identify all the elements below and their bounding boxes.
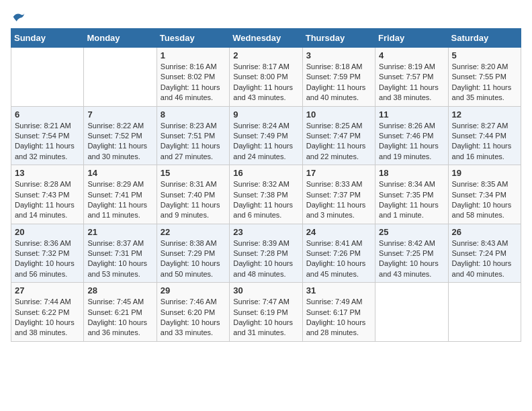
- calendar-cell: 4Sunrise: 8:19 AM Sunset: 7:57 PM Daylig…: [375, 48, 448, 107]
- day-of-week-header: Saturday: [448, 29, 521, 48]
- day-number: 14: [87, 168, 152, 178]
- calendar-cell: 16Sunrise: 8:32 AM Sunset: 7:38 PM Dayli…: [230, 165, 302, 224]
- day-number: 20: [15, 227, 80, 237]
- day-info: Sunrise: 8:16 AM Sunset: 8:02 PM Dayligh…: [161, 62, 226, 103]
- logo-bird-icon: [12, 11, 26, 23]
- calendar-cell: 15Sunrise: 8:31 AM Sunset: 7:40 PM Dayli…: [157, 165, 229, 224]
- calendar-cell: [11, 48, 84, 107]
- day-number: 21: [87, 227, 152, 237]
- day-of-week-header: Wednesday: [230, 29, 302, 48]
- day-number: 12: [452, 109, 517, 120]
- calendar-cell: 5Sunrise: 8:20 AM Sunset: 7:55 PM Daylig…: [448, 48, 521, 107]
- calendar-cell: 20Sunrise: 8:36 AM Sunset: 7:32 PM Dayli…: [11, 224, 84, 283]
- calendar-table: SundayMondayTuesdayWednesdayThursdayFrid…: [11, 28, 521, 342]
- day-info: Sunrise: 8:28 AM Sunset: 7:43 PM Dayligh…: [15, 179, 80, 221]
- calendar-cell: 9Sunrise: 8:24 AM Sunset: 7:49 PM Daylig…: [230, 106, 302, 165]
- day-number: 18: [379, 168, 444, 178]
- calendar-cell: 27Sunrise: 7:44 AM Sunset: 6:22 PM Dayli…: [11, 283, 84, 342]
- calendar-cell: 8Sunrise: 8:23 AM Sunset: 7:51 PM Daylig…: [157, 106, 229, 165]
- day-of-week-header: Tuesday: [157, 29, 229, 48]
- calendar-cell: 22Sunrise: 8:38 AM Sunset: 7:29 PM Dayli…: [157, 224, 229, 283]
- day-number: 29: [161, 285, 226, 295]
- calendar-cell: 31Sunrise: 7:49 AM Sunset: 6:17 PM Dayli…: [302, 283, 375, 342]
- day-info: Sunrise: 8:21 AM Sunset: 7:54 PM Dayligh…: [15, 121, 80, 163]
- day-number: 2: [233, 50, 298, 60]
- day-info: Sunrise: 8:31 AM Sunset: 7:40 PM Dayligh…: [161, 179, 226, 221]
- day-number: 22: [161, 227, 226, 237]
- day-info: Sunrise: 7:49 AM Sunset: 6:17 PM Dayligh…: [306, 297, 371, 338]
- calendar-week-row: 20Sunrise: 8:36 AM Sunset: 7:32 PM Dayli…: [11, 224, 521, 283]
- calendar-header: SundayMondayTuesdayWednesdayThursdayFrid…: [11, 29, 521, 48]
- day-info: Sunrise: 8:33 AM Sunset: 7:37 PM Dayligh…: [306, 179, 371, 221]
- calendar-cell: 12Sunrise: 8:27 AM Sunset: 7:44 PM Dayli…: [448, 106, 521, 165]
- day-number: 16: [233, 168, 298, 178]
- calendar-cell: 6Sunrise: 8:21 AM Sunset: 7:54 PM Daylig…: [11, 106, 84, 165]
- day-number: 8: [161, 109, 226, 120]
- calendar-cell: 29Sunrise: 7:46 AM Sunset: 6:20 PM Dayli…: [157, 283, 229, 342]
- calendar-cell: 3Sunrise: 8:18 AM Sunset: 7:59 PM Daylig…: [302, 48, 375, 107]
- day-number: 28: [87, 285, 152, 295]
- day-number: 24: [306, 227, 371, 237]
- day-info: Sunrise: 8:37 AM Sunset: 7:31 PM Dayligh…: [87, 238, 152, 280]
- day-number: 30: [233, 285, 298, 295]
- calendar-cell: 28Sunrise: 7:45 AM Sunset: 6:21 PM Dayli…: [84, 283, 157, 342]
- day-number: 23: [233, 227, 298, 237]
- day-info: Sunrise: 8:24 AM Sunset: 7:49 PM Dayligh…: [233, 121, 298, 163]
- calendar-cell: 10Sunrise: 8:25 AM Sunset: 7:47 PM Dayli…: [302, 106, 375, 165]
- day-number: 3: [306, 50, 371, 60]
- day-number: 26: [452, 227, 517, 237]
- day-of-week-header: Monday: [84, 29, 157, 48]
- day-info: Sunrise: 8:39 AM Sunset: 7:28 PM Dayligh…: [233, 238, 298, 280]
- day-number: 17: [306, 168, 371, 178]
- day-number: 13: [15, 168, 80, 178]
- day-info: Sunrise: 8:17 AM Sunset: 8:00 PM Dayligh…: [233, 62, 298, 103]
- day-info: Sunrise: 8:29 AM Sunset: 7:41 PM Dayligh…: [87, 179, 152, 221]
- day-number: 31: [306, 285, 371, 295]
- day-of-week-header: Sunday: [11, 29, 84, 48]
- day-info: Sunrise: 8:19 AM Sunset: 7:57 PM Dayligh…: [379, 62, 444, 103]
- day-of-week-header: Thursday: [302, 29, 375, 48]
- calendar-week-row: 13Sunrise: 8:28 AM Sunset: 7:43 PM Dayli…: [11, 165, 521, 224]
- header-row: SundayMondayTuesdayWednesdayThursdayFrid…: [11, 29, 521, 48]
- day-info: Sunrise: 8:18 AM Sunset: 7:59 PM Dayligh…: [306, 62, 371, 103]
- calendar-cell: 13Sunrise: 8:28 AM Sunset: 7:43 PM Dayli…: [11, 165, 84, 224]
- calendar-cell: 30Sunrise: 7:47 AM Sunset: 6:19 PM Dayli…: [230, 283, 302, 342]
- day-info: Sunrise: 8:38 AM Sunset: 7:29 PM Dayligh…: [161, 238, 226, 280]
- day-number: 1: [161, 50, 226, 60]
- calendar-cell: 2Sunrise: 8:17 AM Sunset: 8:00 PM Daylig…: [230, 48, 302, 107]
- page-header: [11, 11, 521, 20]
- calendar-cell: 18Sunrise: 8:34 AM Sunset: 7:35 PM Dayli…: [375, 165, 448, 224]
- day-number: 5: [452, 50, 517, 60]
- calendar-cell: 25Sunrise: 8:42 AM Sunset: 7:25 PM Dayli…: [375, 224, 448, 283]
- day-info: Sunrise: 8:22 AM Sunset: 7:52 PM Dayligh…: [87, 121, 152, 163]
- calendar-cell: 19Sunrise: 8:35 AM Sunset: 7:34 PM Dayli…: [448, 165, 521, 224]
- day-number: 4: [379, 50, 444, 60]
- calendar-cell: 11Sunrise: 8:26 AM Sunset: 7:46 PM Dayli…: [375, 106, 448, 165]
- calendar-week-row: 27Sunrise: 7:44 AM Sunset: 6:22 PM Dayli…: [11, 283, 521, 342]
- day-info: Sunrise: 8:26 AM Sunset: 7:46 PM Dayligh…: [379, 121, 444, 163]
- day-number: 9: [233, 109, 298, 120]
- day-number: 7: [87, 109, 152, 120]
- day-info: Sunrise: 8:34 AM Sunset: 7:35 PM Dayligh…: [379, 179, 444, 221]
- day-number: 11: [379, 109, 444, 120]
- day-number: 19: [452, 168, 517, 178]
- day-info: Sunrise: 8:35 AM Sunset: 7:34 PM Dayligh…: [452, 179, 517, 221]
- day-info: Sunrise: 7:44 AM Sunset: 6:22 PM Dayligh…: [15, 297, 80, 338]
- day-number: 10: [306, 109, 371, 120]
- calendar-week-row: 6Sunrise: 8:21 AM Sunset: 7:54 PM Daylig…: [11, 106, 521, 165]
- day-info: Sunrise: 7:47 AM Sunset: 6:19 PM Dayligh…: [233, 297, 298, 338]
- day-info: Sunrise: 7:45 AM Sunset: 6:21 PM Dayligh…: [87, 297, 152, 338]
- calendar-cell: [84, 48, 157, 107]
- calendar-cell: 1Sunrise: 8:16 AM Sunset: 8:02 PM Daylig…: [157, 48, 229, 107]
- day-number: 6: [15, 109, 80, 120]
- day-of-week-header: Friday: [375, 29, 448, 48]
- calendar-cell: 21Sunrise: 8:37 AM Sunset: 7:31 PM Dayli…: [84, 224, 157, 283]
- day-info: Sunrise: 8:25 AM Sunset: 7:47 PM Dayligh…: [306, 121, 371, 163]
- calendar-body: 1Sunrise: 8:16 AM Sunset: 8:02 PM Daylig…: [11, 48, 521, 342]
- calendar-cell: [448, 283, 521, 342]
- day-number: 15: [161, 168, 226, 178]
- day-number: 25: [379, 227, 444, 237]
- calendar-cell: 14Sunrise: 8:29 AM Sunset: 7:41 PM Dayli…: [84, 165, 157, 224]
- calendar-cell: 24Sunrise: 8:41 AM Sunset: 7:26 PM Dayli…: [302, 224, 375, 283]
- day-info: Sunrise: 8:36 AM Sunset: 7:32 PM Dayligh…: [15, 238, 80, 280]
